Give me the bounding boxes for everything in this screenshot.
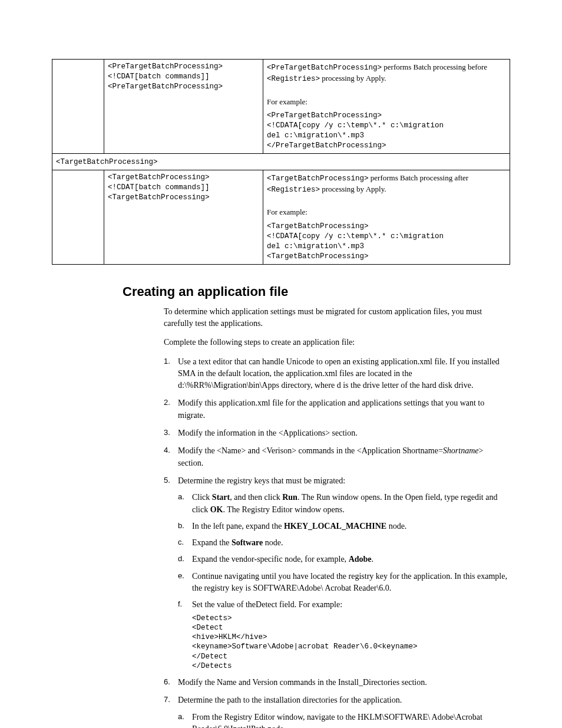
substep-text: From the Registry Editor window, navigat… bbox=[192, 713, 482, 728]
cell-empty bbox=[52, 205, 104, 264]
step-item: 5.Determine the registry keys that must … bbox=[164, 475, 509, 671]
step-text: Modify this application.xml file for the… bbox=[178, 398, 484, 419]
spec-table: <PreTargetBatchProcessing> <!CDAT[batch … bbox=[52, 59, 510, 265]
inline-code: <TargetBatchProcessing> bbox=[267, 174, 369, 183]
cell-empty bbox=[52, 60, 104, 94]
bold: Run bbox=[282, 493, 297, 502]
code-line: <TargetBatchProcessing> bbox=[108, 193, 259, 203]
substep-text: Continue navigating until you have locat… bbox=[192, 572, 507, 592]
step-number: 6. bbox=[164, 677, 170, 688]
substep-item: f.Set the value of theDetect field. For … bbox=[178, 599, 509, 671]
substep-letter: e. bbox=[178, 571, 184, 582]
section-label: <TargetBatchProcessing> bbox=[56, 158, 158, 166]
example-label: For example: bbox=[267, 97, 506, 108]
code-line: <TargetBatchProcessing> bbox=[108, 173, 259, 183]
step-text: Modify the information in the <Applicati… bbox=[178, 429, 358, 437]
code-line: <PreTargetBatchProcessing> bbox=[267, 111, 506, 121]
code-line: <!CDAT[batch commands]] bbox=[108, 72, 259, 82]
substeps-list: a.From the Registry Editor window, navig… bbox=[178, 711, 509, 728]
step-item: 3.Modify the information in the <Applica… bbox=[164, 427, 509, 439]
intro-paragraph: Complete the following steps to create a… bbox=[164, 337, 509, 348]
substep-text: . bbox=[372, 555, 374, 564]
substep-text: Expand the vendor-specific node, for exa… bbox=[192, 555, 349, 564]
code-line: <!CDATA[copy /y c:\temp\*.* c:\migration bbox=[267, 232, 506, 242]
code-line: del c:\migration\*.mp3 bbox=[267, 242, 506, 252]
substep-item: c. Expand the Software node. bbox=[178, 537, 509, 549]
inline-code: <Registries> bbox=[267, 75, 320, 83]
section-heading: Creating an application file bbox=[123, 282, 510, 301]
text: performs Batch processing before bbox=[382, 62, 487, 71]
cell-empty bbox=[104, 94, 263, 154]
substep-text: Set the value of theDetect field. For ex… bbox=[192, 600, 342, 609]
bold: Adobe bbox=[349, 555, 372, 564]
cell-tgt-syntax: <TargetBatchProcessing> <!CDAT[batch com… bbox=[104, 170, 263, 205]
step-number: 5. bbox=[164, 475, 170, 486]
cell-tgt-desc-top: <TargetBatchProcessing> performs Batch p… bbox=[263, 170, 510, 205]
section-header-target: <TargetBatchProcessing> bbox=[52, 153, 510, 170]
step-text: Determine the registry keys that must be… bbox=[178, 476, 345, 485]
text: processing by Apply. bbox=[320, 185, 386, 193]
cell-tgt-desc-bottom: For example: <TargetBatchProcessing> <!C… bbox=[263, 205, 510, 264]
step-number: 1. bbox=[164, 356, 170, 367]
substep-text: node. bbox=[386, 522, 406, 531]
text: performs Batch processing after bbox=[369, 173, 469, 182]
cell-pre-syntax: <PreTargetBatchProcessing> <!CDAT[batch … bbox=[104, 60, 263, 94]
cell-empty bbox=[52, 170, 104, 205]
step-item: 2.Modify this application.xml file for t… bbox=[164, 397, 509, 421]
bold: Start bbox=[212, 493, 230, 502]
substep-item: a.From the Registry Editor window, navig… bbox=[178, 711, 509, 728]
text: processing by Apply. bbox=[320, 74, 386, 83]
substep-text: Expand the bbox=[192, 538, 232, 547]
steps-list: 1.Use a text editor that can handle Unic… bbox=[164, 356, 509, 728]
substep-text: Click bbox=[192, 493, 212, 502]
substep-letter: d. bbox=[178, 554, 184, 565]
substep-text: In the left pane, expand the bbox=[192, 522, 284, 531]
step-item: 6.Modify the Name and Version commands i… bbox=[164, 677, 509, 689]
substep-item: b. In the left pane, expand the HKEY_LOC… bbox=[178, 521, 509, 532]
substep-item: e.Continue navigating until you have loc… bbox=[178, 571, 509, 595]
substep-text: . The Registry Editor window opens. bbox=[223, 505, 345, 514]
step-text: Use a text editor that can handle Unicod… bbox=[178, 357, 500, 390]
code-line: </PreTargetBatchProcessing> bbox=[267, 141, 506, 151]
substep-letter: c. bbox=[178, 537, 184, 548]
step-number: 4. bbox=[164, 445, 170, 456]
bold: HKEY_LOCAL_MACHINE bbox=[284, 522, 386, 531]
substep-letter: a. bbox=[178, 711, 184, 723]
step-number: 2. bbox=[164, 397, 170, 409]
code-line: <PreTargetBatchProcessing> bbox=[108, 82, 259, 92]
code-line: <!CDAT[batch commands]] bbox=[108, 183, 259, 193]
inline-code: <Registries> bbox=[267, 186, 320, 194]
step-text: Modify the Name and Version commands in … bbox=[178, 678, 427, 687]
inline-code: <PreTargetBatchProcessing> bbox=[267, 64, 382, 72]
step-item: 1.Use a text editor that can handle Unic… bbox=[164, 356, 509, 392]
step-item: 4. Modify the <Name> and <Verison> comma… bbox=[164, 445, 509, 469]
bold: Software bbox=[232, 538, 263, 547]
substep-item: d. Expand the vendor-specific node, for … bbox=[178, 554, 509, 565]
step-number: 3. bbox=[164, 427, 170, 439]
code-line: <PreTargetBatchProcessing> bbox=[108, 62, 259, 72]
code-line: <TargetBatchProcessing> bbox=[267, 252, 506, 262]
example-label: For example: bbox=[267, 207, 506, 218]
substep-letter: b. bbox=[178, 521, 184, 532]
substep-text: node. bbox=[263, 538, 283, 547]
step-item: 7.Determine the path to the installation… bbox=[164, 694, 509, 728]
substep-text: , and then click bbox=[230, 493, 282, 502]
cell-empty bbox=[52, 94, 104, 154]
emphasis: Shortname bbox=[443, 446, 479, 455]
step-text: Modify the <Name> and <Verison> commands… bbox=[178, 446, 443, 455]
code-line: <!CDATA[copy /y c:\temp\*.* c:\migration bbox=[267, 121, 506, 131]
code-block: <Detects> <Detect <hive>HKLM</hive> <key… bbox=[192, 614, 509, 671]
intro-paragraph: To determine which application settings … bbox=[164, 306, 509, 330]
substep-item: a. Click Start, and then click Run. The … bbox=[178, 492, 509, 516]
cell-empty bbox=[104, 205, 263, 264]
code-line: <TargetBatchProcessing> bbox=[267, 222, 506, 232]
bold: OK bbox=[210, 505, 223, 514]
step-text: Determine the path to the installation d… bbox=[178, 696, 402, 704]
substep-letter: a. bbox=[178, 492, 184, 503]
body-content: To determine which application settings … bbox=[164, 306, 509, 728]
cell-pre-desc-top: <PreTargetBatchProcessing> performs Batc… bbox=[263, 60, 510, 94]
step-number: 7. bbox=[164, 694, 170, 706]
substep-letter: f. bbox=[178, 599, 182, 610]
substeps-list: a. Click Start, and then click Run. The … bbox=[178, 492, 509, 671]
code-line: del c:\migration\*.mp3 bbox=[267, 131, 506, 141]
